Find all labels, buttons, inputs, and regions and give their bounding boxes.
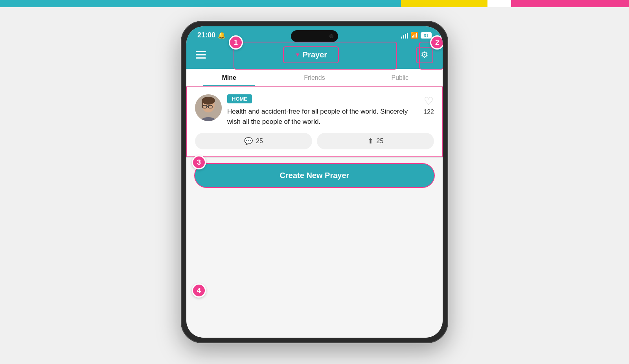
annotation-1: 1 [229, 35, 243, 50]
dynamic-island [291, 30, 338, 42]
tab-friends[interactable]: Friends [272, 69, 357, 86]
header-title-dropdown[interactable]: ▼ Prayer [283, 46, 339, 63]
battery-indicator: 51 [421, 32, 432, 39]
dropdown-arrow-icon: ▼ [295, 52, 300, 58]
prayer-card: HOME Health and accident-free for all pe… [186, 86, 443, 157]
avatar-image [195, 94, 222, 121]
wifi-icon: 📶 [410, 31, 418, 39]
avatar[interactable] [195, 94, 222, 121]
card-body: HOME Health and accident-free for all pe… [227, 94, 418, 127]
phone-frame: 3 4 21:00 🔔 📶 51 [181, 21, 448, 343]
annotation-4: 4 [192, 283, 206, 298]
share-icon: ⬆ [368, 137, 373, 145]
share-count: 25 [377, 138, 384, 145]
status-bar: 21:00 🔔 📶 51 [186, 26, 443, 42]
camera-dot [329, 34, 333, 38]
share-button[interactable]: ⬆ 25 [317, 133, 434, 149]
content-area: HOME Health and accident-free for all pe… [186, 86, 443, 338]
heart-count: 122 [423, 108, 434, 116]
heart-icon: ♡ [424, 96, 434, 107]
card-actions: 💬 25 ⬆ 25 [195, 133, 434, 149]
hamburger-line-3 [196, 57, 206, 59]
card-top: HOME Health and accident-free for all pe… [195, 94, 434, 127]
battery-level: 51 [424, 33, 429, 38]
hamburger-line-1 [196, 51, 206, 52]
comment-button[interactable]: 💬 25 [195, 133, 312, 149]
pink-bar [511, 0, 629, 7]
annotation-2: 2 [430, 35, 443, 50]
bell-icon: 🔔 [218, 31, 226, 39]
bottom-section: Create New Prayer [186, 157, 443, 196]
header-title: Prayer [303, 50, 327, 59]
prayer-text: Health and accident-free for all people … [227, 107, 418, 127]
annotation-3: 3 [192, 155, 206, 169]
comment-count: 25 [256, 138, 263, 145]
svg-point-3 [202, 97, 215, 105]
settings-button[interactable]: ⚙ [416, 47, 433, 63]
hamburger-line-2 [196, 54, 206, 55]
tab-public[interactable]: Public [357, 69, 443, 86]
app-header: 1 2 ▼ Prayer ⚙ [186, 42, 443, 69]
time-display: 21:00 [197, 31, 215, 39]
settings-gear-icon: ⚙ [421, 50, 429, 60]
phone-screen: 21:00 🔔 📶 51 [186, 26, 443, 338]
create-prayer-button[interactable]: Create New Prayer [194, 163, 435, 188]
hamburger-menu[interactable] [196, 51, 206, 59]
tab-bar: Mine Friends Public [186, 69, 443, 86]
status-icons: 📶 51 [401, 31, 432, 39]
tab-mine[interactable]: Mine [186, 69, 272, 86]
status-time: 21:00 🔔 [197, 31, 226, 39]
heart-section[interactable]: ♡ 122 [423, 96, 434, 116]
yellow-bar [401, 0, 487, 7]
blue-bar [0, 0, 401, 7]
category-badge: HOME [227, 94, 252, 103]
gap-bar [487, 0, 511, 7]
comment-icon: 💬 [244, 137, 253, 145]
signal-icon [401, 32, 408, 39]
top-color-bars [0, 0, 629, 7]
